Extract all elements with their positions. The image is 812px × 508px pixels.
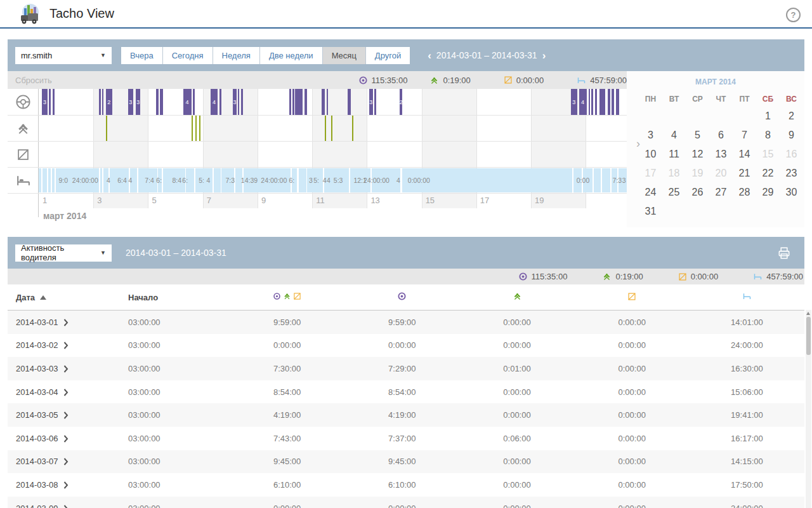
calendar-day[interactable]: 9 bbox=[780, 126, 803, 145]
driving-track: 32334433234 bbox=[38, 89, 627, 115]
calendar-day[interactable]: 18 bbox=[662, 164, 686, 183]
cell-rest: 17:50:00 bbox=[690, 480, 804, 490]
availability-icon bbox=[627, 292, 636, 301]
timeline-stats-bar: Сбросить 115:35:00 0:19:00 0:00:00 457:5… bbox=[8, 71, 627, 89]
page: Tacho View ? mr.smith ▼ ВчераСегодняНеде… bbox=[0, 0, 812, 508]
calendar-day[interactable]: 31 bbox=[639, 202, 662, 221]
period-button[interactable]: Другой bbox=[365, 47, 410, 64]
calendar-day[interactable]: 8 bbox=[756, 126, 780, 145]
column-header-rest[interactable] bbox=[690, 291, 804, 303]
cell-start: 03:00:00 bbox=[128, 364, 230, 373]
print-icon[interactable] bbox=[776, 246, 792, 260]
period-button[interactable]: Две недели bbox=[259, 47, 322, 64]
row-expand-icon bbox=[63, 435, 69, 443]
calendar-day[interactable]: 14 bbox=[733, 145, 756, 164]
help-icon[interactable]: ? bbox=[786, 8, 801, 22]
calendar-day[interactable]: 13 bbox=[709, 145, 733, 164]
calendar-day[interactable]: 22 bbox=[756, 164, 780, 183]
availability-icon bbox=[678, 272, 687, 281]
column-header-date[interactable]: Дата bbox=[8, 293, 128, 302]
calendar-day[interactable]: 11 bbox=[662, 145, 686, 164]
calendar-day[interactable]: 4 bbox=[662, 126, 686, 145]
calendar-day[interactable]: 23 bbox=[780, 164, 803, 183]
cell-availability: 0:00:00 bbox=[575, 387, 690, 397]
calendar-day[interactable]: 27 bbox=[709, 183, 733, 202]
calendar-day[interactable]: 28 bbox=[733, 183, 756, 202]
driving-icon bbox=[358, 76, 368, 85]
report-select[interactable]: Активность водителя ▼ bbox=[15, 244, 112, 262]
rest-duration-label: 5: bbox=[313, 168, 319, 193]
rest-icon bbox=[742, 291, 752, 301]
cell-driving: 7:29:00 bbox=[344, 364, 459, 373]
table-row[interactable]: 2014-03-0703:00:009:45:009:45:000:00:000… bbox=[8, 450, 804, 474]
driving-bar bbox=[292, 89, 294, 115]
calendar-day[interactable]: 17 bbox=[639, 164, 662, 183]
table-row[interactable]: 2014-03-0103:00:009:59:009:59:000:00:000… bbox=[8, 311, 804, 334]
reset-button[interactable]: Сбросить bbox=[8, 76, 52, 85]
column-header-work[interactable] bbox=[459, 291, 574, 303]
rest-duration-label: 3 bbox=[622, 168, 626, 193]
table-row[interactable]: 2014-03-0203:00:000:00:000:00:000:00:000… bbox=[8, 334, 804, 358]
prev-period-icon[interactable]: ‹ bbox=[428, 50, 431, 61]
cell-driving: 7:37:00 bbox=[344, 434, 459, 443]
calendar-day[interactable]: 25 bbox=[662, 183, 686, 202]
calendar-day[interactable]: 2 bbox=[780, 107, 803, 126]
cell-work: 0:00:00 bbox=[459, 318, 574, 327]
cell-total: 0:00:00 bbox=[230, 504, 344, 508]
timeline-scroll-next-icon[interactable]: › bbox=[636, 137, 640, 150]
scroll-up-icon[interactable] bbox=[806, 312, 810, 315]
rest-duration-label: 14:39 bbox=[241, 168, 258, 193]
column-header-start[interactable]: Начало bbox=[128, 293, 230, 302]
rest-duration-label: 3 bbox=[309, 168, 313, 193]
period-button[interactable]: Месяц bbox=[322, 47, 365, 64]
app-logo-icon bbox=[16, 3, 43, 25]
driving-bar bbox=[589, 89, 590, 115]
table-row[interactable]: 2014-03-0803:00:006:10:006:10:000:00:000… bbox=[8, 473, 804, 497]
calendar-day[interactable]: 24 bbox=[639, 183, 662, 202]
next-period-icon[interactable]: › bbox=[542, 50, 546, 61]
calendar-day[interactable]: 29 bbox=[756, 183, 780, 202]
table-row[interactable]: 2014-03-0903:00:000:00:000:00:000:00:000… bbox=[8, 497, 804, 508]
calendar-day[interactable]: 16 bbox=[780, 145, 803, 164]
column-header-availability[interactable] bbox=[575, 292, 690, 303]
period-button[interactable]: Неделя bbox=[213, 47, 259, 64]
column-header-driving[interactable] bbox=[344, 291, 459, 303]
driving-bar: 3 bbox=[369, 89, 373, 115]
table-row[interactable]: 2014-03-0503:00:004:19:004:19:000:00:000… bbox=[8, 403, 804, 427]
scrollbar-thumb[interactable] bbox=[806, 317, 811, 355]
calendar-day[interactable]: 10 bbox=[639, 145, 662, 164]
driving-bar bbox=[374, 89, 376, 115]
cell-rest: 16:30:00 bbox=[690, 364, 804, 373]
calendar-day[interactable]: 19 bbox=[686, 164, 709, 183]
driver-select[interactable]: mr.smith ▼ bbox=[15, 47, 112, 64]
work-icon bbox=[602, 272, 612, 281]
period-button[interactable]: Сегодня bbox=[162, 47, 213, 64]
axis-tick-label: 9 bbox=[258, 196, 266, 205]
calendar-day[interactable]: 21 bbox=[733, 164, 756, 183]
calendar-weekday: ВТ bbox=[662, 91, 686, 107]
table-scrollbar[interactable] bbox=[806, 310, 811, 508]
driving-bar bbox=[241, 89, 243, 115]
calendar-day[interactable]: 1 bbox=[756, 107, 780, 126]
calendar-weekday: ПТ bbox=[733, 91, 756, 107]
calendar-day[interactable]: 30 bbox=[780, 183, 803, 202]
calendar-day[interactable]: 5 bbox=[686, 126, 709, 145]
table-row[interactable]: 2014-03-0403:00:008:54:008:54:000:00:000… bbox=[8, 380, 804, 404]
table-row[interactable]: 2014-03-0603:00:007:43:007:37:000:06:000… bbox=[8, 427, 804, 450]
axis-tick-label: 13 bbox=[367, 196, 379, 205]
stat-work: 0:19:00 bbox=[429, 76, 470, 85]
driving-bar bbox=[612, 89, 613, 115]
calendar-day[interactable]: 20 bbox=[709, 164, 733, 183]
calendar-day[interactable]: 26 bbox=[686, 183, 709, 202]
calendar-day[interactable]: 12 bbox=[686, 145, 709, 164]
cell-work: 0:00:00 bbox=[459, 410, 574, 420]
table-row[interactable]: 2014-03-0303:00:007:30:007:29:000:01:000… bbox=[8, 357, 804, 380]
calendar-day[interactable]: 6 bbox=[709, 126, 733, 145]
calendar-day[interactable]: 3 bbox=[639, 126, 662, 145]
bed-icon bbox=[8, 168, 38, 193]
period-button[interactable]: Вчера bbox=[121, 47, 162, 64]
calendar-day[interactable]: 7 bbox=[733, 126, 756, 145]
column-header-total[interactable] bbox=[230, 292, 344, 302]
calendar-day[interactable]: 15 bbox=[756, 145, 780, 164]
rest-duration-label: 8:4 bbox=[172, 168, 181, 193]
